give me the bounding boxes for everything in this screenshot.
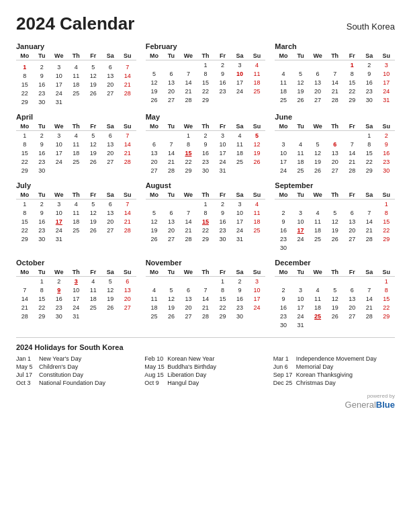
calendar-day: 14 (180, 217, 197, 226)
calendar-day: 18 (68, 80, 85, 89)
calendar-day: 27 (146, 166, 163, 175)
calendar-day: 23 (34, 226, 51, 234)
calendar-day: 20 (163, 226, 180, 234)
weekday-header: Fr (214, 268, 232, 277)
calendar-day: 25 (68, 89, 85, 97)
calendar-day: 14 (16, 294, 34, 303)
calendar-day (163, 60, 180, 70)
calendar-day: 7 (361, 285, 378, 294)
month-block-may: MayMoTuWeThFrSaSu12345678910111213141516… (146, 113, 266, 175)
holiday-name: Independence Movement Day (296, 355, 377, 362)
calendar-day: 19 (248, 148, 266, 157)
footer-powered: powered by (16, 393, 395, 399)
month-block-april: AprilMoTuWeThFrSaSu123456789101112131415… (16, 113, 136, 175)
calendar-day: 10 (377, 69, 395, 78)
calendar-day: 24 (377, 87, 395, 95)
calendar-day (361, 243, 378, 252)
weekday-header: Fr (85, 268, 102, 277)
weekday-header: Tu (34, 191, 51, 200)
calendar-day: 1 (214, 277, 232, 286)
holidays-grid: Jan 1New Year's DayFeb 10Korean New Year… (16, 355, 395, 386)
calendar-day: 8 (34, 285, 51, 294)
calendar-day: 31 (50, 97, 68, 106)
calendar-day (361, 277, 378, 286)
calendars-grid: JanuaryMoTuWeThFrSaSu1234567891011121314… (16, 42, 395, 329)
calendar-day: 15 (197, 78, 214, 87)
calendar-day: 20 (326, 157, 344, 166)
month-block-january: JanuaryMoTuWeThFrSaSu1234567891011121314… (16, 42, 136, 106)
calendar-day (292, 243, 310, 252)
calendar-day: 2 (214, 60, 232, 70)
holiday-item: Mar 1Independence Movement Day (273, 355, 395, 362)
calendar-day (248, 166, 266, 175)
holiday-date: Jan 1 (16, 355, 36, 362)
calendar-day: 31 (377, 95, 395, 104)
calendar-day: 26 (85, 157, 102, 166)
calendar-day: 12 (309, 148, 326, 157)
calendar-day: 2 (275, 285, 292, 294)
calendar-day: 9 (377, 140, 395, 148)
calendar-day (326, 243, 344, 252)
calendar-day: 2 (214, 200, 232, 209)
calendar-day: 30 (34, 97, 51, 106)
holiday-item: Jun 6Memorial Day (273, 363, 395, 370)
calendar-day: 21 (361, 226, 378, 234)
calendar-day (146, 277, 163, 286)
calendar-day: 3 (231, 60, 248, 70)
weekday-header: We (50, 268, 68, 277)
calendar-day: 1 (180, 131, 197, 140)
calendar-day: 20 (163, 87, 180, 95)
calendar-day: 2 (275, 208, 292, 217)
calendar-day: 3 (231, 200, 248, 209)
calendar-day: 25 (231, 157, 248, 166)
calendar-day (231, 95, 248, 104)
calendar-day: 28 (180, 95, 197, 104)
calendar-day: 25 (248, 226, 266, 234)
calendar-day: 19 (102, 294, 120, 303)
calendar-day: 8 (197, 208, 214, 217)
calendar-day: 4 (231, 131, 248, 140)
calendar-day: 4 (309, 285, 326, 294)
calendar-day: 8 (377, 208, 395, 217)
calendar-day: 12 (85, 208, 102, 217)
calendar-day: 16 (34, 80, 51, 89)
calendar-day: 8 (16, 208, 34, 217)
calendar-day: 26 (146, 234, 163, 243)
calendar-day: 9 (231, 285, 248, 294)
calendar-day: 2 (50, 277, 68, 286)
calendar-day: 17 (50, 80, 68, 89)
calendar-day: 7 (16, 285, 34, 294)
calendar-day: 18 (275, 87, 292, 95)
calendar-day: 13 (180, 294, 197, 303)
calendar-day: 14 (163, 148, 180, 157)
calendar-day: 9 (361, 69, 378, 78)
holiday-name: Constitution Day (39, 371, 83, 378)
calendar-day (146, 60, 163, 70)
calendar-day (119, 312, 136, 320)
holiday-name: Korean Thanksgiving (296, 371, 353, 378)
calendar-day: 29 (34, 312, 51, 320)
calendar-day: 10 (50, 208, 68, 217)
calendar-day (146, 131, 163, 140)
calendar-day: 6 (119, 277, 136, 286)
holiday-date: Sep 17 (273, 371, 293, 378)
calendar-day (248, 95, 266, 104)
weekday-header: Th (68, 52, 85, 60)
calendar-day (377, 320, 395, 329)
calendar-day: 12 (326, 294, 344, 303)
holiday-item: Dec 25Christmas Day (273, 380, 395, 386)
calendar-day: 12 (146, 217, 163, 226)
weekday-header: We (50, 191, 68, 200)
weekday-header: Mo (16, 52, 34, 60)
calendar-day: 3 (292, 285, 310, 294)
weekday-header: Su (119, 52, 136, 60)
calendar-day: 25 (85, 303, 102, 312)
holiday-name: National Foundation Day (39, 380, 105, 386)
weekday-header: Tu (34, 52, 51, 60)
calendar-day: 13 (163, 217, 180, 226)
calendar-day: 5 (326, 208, 344, 217)
calendar-day: 10 (50, 71, 68, 80)
calendar-day: 15 (343, 78, 361, 87)
calendar-day (102, 166, 120, 175)
holiday-item: Aug 15Liberation Day (144, 371, 266, 378)
